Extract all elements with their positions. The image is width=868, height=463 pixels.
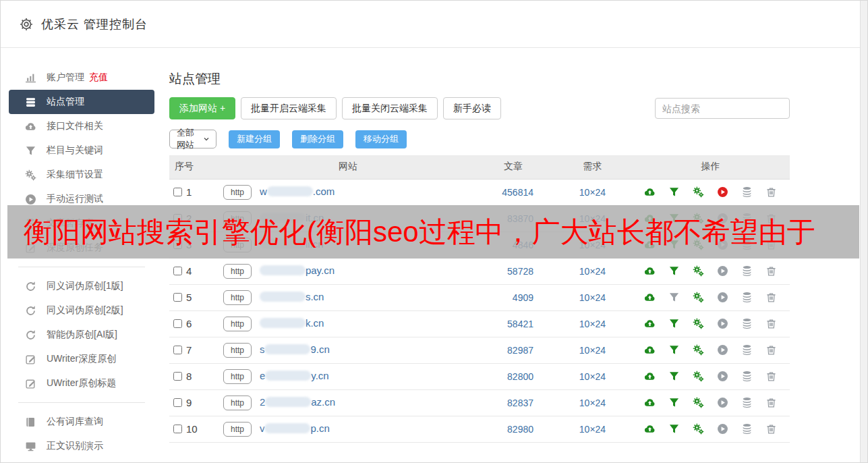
cloud-upload-icon[interactable] <box>644 265 656 277</box>
batch-close-collect-button[interactable]: 批量关闭云端采集 <box>342 97 438 119</box>
trash-icon[interactable] <box>765 265 777 277</box>
delete-group-button[interactable]: 删除分组 <box>292 130 343 148</box>
row-checkbox[interactable] <box>173 319 182 328</box>
play-icon[interactable] <box>717 265 728 277</box>
site-domain-link[interactable]: w.com <box>260 186 335 197</box>
gears-icon[interactable] <box>693 318 704 329</box>
trash-icon[interactable] <box>765 318 777 329</box>
group-bar: 全部网站 新建分组 删除分组 移动分组 <box>169 130 867 148</box>
database-icon[interactable] <box>741 292 753 303</box>
trash-icon[interactable] <box>765 292 777 303</box>
batch-open-collect-button[interactable]: 批量开启云端采集 <box>241 97 337 119</box>
row-checkbox[interactable] <box>173 398 182 407</box>
table-header-row: 序号 网站 文章 需求 操作 <box>169 155 790 179</box>
sidebar-item-10[interactable]: 同义词伪原创[2版] <box>9 298 154 323</box>
sidebar-item-11[interactable]: 智能伪原创[AI版] <box>9 323 154 347</box>
http-protocol-chip[interactable]: http <box>223 396 252 410</box>
site-domain-link[interactable]: 2az.cn <box>260 396 335 408</box>
row-checkbox[interactable] <box>173 346 182 354</box>
play-icon[interactable] <box>717 423 728 435</box>
filter-icon[interactable] <box>668 371 680 382</box>
cloud-upload-icon[interactable] <box>644 292 656 303</box>
http-protocol-chip[interactable]: http <box>223 343 252 358</box>
add-site-button[interactable]: 添加网站 + <box>169 97 235 119</box>
database-icon[interactable] <box>741 423 753 435</box>
database-icon[interactable] <box>741 371 753 382</box>
row-checkbox[interactable] <box>173 372 182 381</box>
gears-icon[interactable] <box>693 423 704 435</box>
play-icon[interactable] <box>717 318 728 329</box>
demand-value: 10×24 <box>554 284 631 310</box>
http-protocol-chip[interactable]: http <box>223 317 252 331</box>
database-icon[interactable] <box>741 397 753 408</box>
bar-chart-icon <box>25 72 36 84</box>
cloud-upload-icon[interactable] <box>644 186 656 198</box>
database-icon[interactable] <box>741 344 753 356</box>
sidebar-item-1[interactable]: 站点管理 <box>9 90 154 114</box>
filter-icon[interactable] <box>668 292 680 303</box>
database-icon[interactable] <box>741 186 753 198</box>
cloud-upload-icon[interactable] <box>644 397 656 408</box>
filter-icon[interactable] <box>668 423 680 435</box>
play-icon[interactable] <box>717 397 728 408</box>
filter-icon[interactable] <box>668 344 680 356</box>
sidebar-item-extra-link[interactable]: 充值 <box>89 72 108 84</box>
http-protocol-chip[interactable]: http <box>223 264 252 279</box>
gears-icon[interactable] <box>693 344 704 356</box>
vertical-scrollbar[interactable] <box>860 1 867 463</box>
sidebar-item-0[interactable]: 账户管理 充值 <box>9 65 154 90</box>
sidebar-item-15[interactable]: 公有词库查询 <box>9 410 154 434</box>
sidebar-item-3[interactable]: 栏目与关键词 <box>9 138 154 163</box>
move-group-button[interactable]: 移动分组 <box>355 130 407 148</box>
site-group-select[interactable]: 全部网站 <box>169 130 216 148</box>
site-domain-link[interactable]: s9.cn <box>260 344 330 355</box>
new-group-button[interactable]: 新建分组 <box>229 130 280 148</box>
sidebar-item-12[interactable]: UWriter深度原创 <box>9 347 154 371</box>
play-icon[interactable] <box>717 292 728 303</box>
trash-icon[interactable] <box>765 371 777 382</box>
row-checkbox[interactable] <box>173 425 182 433</box>
sidebar-item-13[interactable]: UWriter原创标题 <box>9 371 154 396</box>
newbie-guide-button[interactable]: 新手必读 <box>443 97 501 119</box>
http-protocol-chip[interactable]: http <box>223 422 252 437</box>
http-protocol-chip[interactable]: http <box>223 369 252 384</box>
trash-icon[interactable] <box>765 397 777 408</box>
cloud-upload-icon[interactable] <box>644 318 656 329</box>
site-table: 序号 网站 文章 需求 操作 1 http w.com 456814 10×24 <box>169 155 790 443</box>
gears-icon[interactable] <box>693 292 704 303</box>
site-domain-link[interactable]: s.cn <box>260 291 324 302</box>
site-domain-link[interactable]: vp.cn <box>260 423 330 434</box>
sidebar-item-16[interactable]: 正文识别演示 <box>9 434 154 458</box>
database-icon[interactable] <box>741 265 753 277</box>
http-protocol-chip[interactable]: http <box>223 290 252 305</box>
sidebar-item-4[interactable]: 采集细节设置 <box>9 163 154 187</box>
cloud-upload-icon[interactable] <box>644 344 656 356</box>
row-checkbox[interactable] <box>173 188 182 196</box>
cloud-upload-icon[interactable] <box>644 423 656 435</box>
row-checkbox[interactable] <box>173 293 182 302</box>
play-icon[interactable] <box>717 186 728 198</box>
play-icon[interactable] <box>717 344 728 356</box>
filter-icon[interactable] <box>668 318 680 329</box>
filter-icon[interactable] <box>668 397 680 408</box>
site-search-input[interactable] <box>655 98 790 119</box>
sidebar-item-2[interactable]: 接口文件相关 <box>9 114 154 138</box>
filter-icon[interactable] <box>668 186 680 198</box>
row-checkbox[interactable] <box>173 267 182 275</box>
site-domain-link[interactable]: pay.cn <box>260 265 335 276</box>
trash-icon[interactable] <box>765 344 777 356</box>
database-icon[interactable] <box>741 318 753 329</box>
gears-icon[interactable] <box>693 186 704 198</box>
http-protocol-chip[interactable]: http <box>223 185 252 200</box>
gears-icon[interactable] <box>693 371 704 382</box>
sidebar-item-9[interactable]: 同义词伪原创[1版] <box>9 274 154 298</box>
site-domain-link[interactable]: k.cn <box>260 317 324 329</box>
site-domain-link[interactable]: ey.cn <box>260 370 329 381</box>
trash-icon[interactable] <box>765 423 777 435</box>
filter-icon[interactable] <box>668 265 680 277</box>
gears-icon[interactable] <box>693 265 704 277</box>
cloud-upload-icon[interactable] <box>644 371 656 382</box>
play-icon[interactable] <box>717 371 728 382</box>
trash-icon[interactable] <box>765 186 777 198</box>
gears-icon[interactable] <box>693 397 704 408</box>
